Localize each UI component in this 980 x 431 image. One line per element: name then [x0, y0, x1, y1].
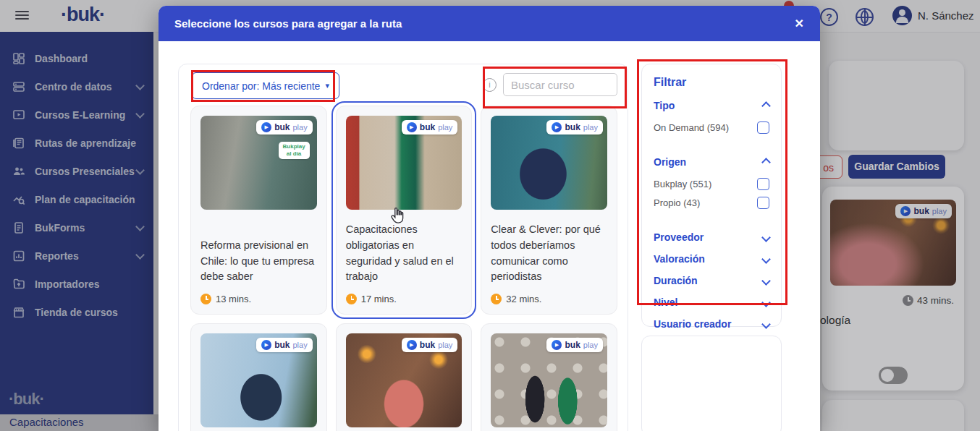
- course-thumbnail: ▶ bukplay: [491, 333, 607, 427]
- bukplay-badge: ▶ bukplay: [895, 204, 952, 218]
- bukplay-al-dia-badge: Bukplay al día: [279, 142, 310, 159]
- filter-option: On Demand (594): [654, 121, 769, 134]
- add-courses-modal: Seleccione los cursos para agregar a la …: [159, 6, 820, 431]
- training-plan-icon: [12, 193, 25, 206]
- clock-icon: [346, 294, 357, 304]
- sidebar-item-plan-de-capacitacion[interactable]: Plan de capacitación: [0, 185, 153, 213]
- save-changes-button[interactable]: Guardar Cambios: [848, 155, 945, 179]
- courses-panel: Ordenar por: Más reciente ▾ ▶ bukplay Bu…: [178, 64, 628, 431]
- background-course-card-partial: [822, 400, 964, 431]
- filter-option: Propio (43): [654, 197, 769, 209]
- course-thumbnail: ▶ bukplay: [491, 116, 607, 210]
- filter-section-valoracion[interactable]: Valoración: [654, 253, 769, 265]
- course-title: Clear & Clever: por qué todos deberíamos…: [491, 222, 607, 285]
- chevron-down-icon: [761, 276, 771, 286]
- course-thumbnail: ▶ bukplay: [346, 333, 462, 427]
- bukplay-badge: ▶ bukplay: [256, 120, 313, 135]
- info-icon[interactable]: i: [483, 78, 497, 92]
- filter-title: Filtrar: [654, 76, 769, 89]
- filter-panel: Filtrar Tipo On Demand (594) Origen Bukp…: [641, 64, 782, 327]
- store-icon: [12, 306, 25, 319]
- page-context-label: Capacitaciones: [0, 414, 161, 430]
- filter-option: Bukplay (551): [654, 178, 769, 190]
- course-thumbnail: ▶ bukplay: [200, 333, 317, 427]
- sidebar-item-cursos-elearning[interactable]: Cursos E-Learning: [0, 101, 153, 129]
- checkbox[interactable]: [757, 121, 769, 134]
- data-center-icon: [12, 80, 25, 93]
- background-course-card: ▶ bukplay 43 mins. ología: [822, 187, 964, 391]
- sidebar-item-importadores[interactable]: Importadores: [0, 270, 153, 298]
- sidebar-item-centro-de-datos[interactable]: Centro de datos: [0, 72, 153, 101]
- sidebar-item-bukforms[interactable]: BukForms: [0, 213, 153, 242]
- course-toggle[interactable]: [879, 367, 908, 384]
- filter-section-origen[interactable]: Origen: [654, 156, 769, 168]
- app-root: ·buk· ? N. Sánchez Dashboard Centro de d…: [0, 0, 980, 431]
- course-card[interactable]: ▶ bukplay: [336, 323, 473, 431]
- caret-down-icon: ▾: [325, 81, 329, 90]
- play-icon: ▶: [407, 122, 417, 132]
- chevron-down-icon: [761, 255, 771, 264]
- course-card[interactable]: ▶ bukplay Bukplay al día Reforma previsi…: [190, 106, 327, 315]
- user-name[interactable]: N. Sánchez: [918, 9, 974, 22]
- modal-title: Seleccione los cursos para agregar a la …: [174, 17, 402, 30]
- bukplay-badge: ▶ bukplay: [256, 338, 313, 352]
- sidebar-buk-logo: ·buk·: [9, 390, 44, 409]
- course-duration: 43 mins.: [917, 295, 954, 306]
- learning-path-icon: [12, 137, 25, 150]
- people-icon: [12, 165, 25, 178]
- bukplay-badge: ▶ bukplay: [546, 338, 603, 352]
- play-icon: ▶: [552, 340, 562, 350]
- chevron-down-icon: [761, 320, 771, 329]
- filter-panel-secondary: [641, 336, 782, 431]
- chevron-up-icon: [761, 101, 771, 111]
- filter-section-tipo[interactable]: Tipo: [654, 100, 769, 111]
- user-avatar[interactable]: [892, 6, 912, 25]
- course-duration: 13 mins.: [216, 294, 251, 304]
- course-card[interactable]: ▶ bukplay: [190, 323, 327, 431]
- play-icon: ▶: [900, 206, 911, 216]
- elearning-icon: [12, 108, 25, 121]
- close-icon[interactable]: ✕: [795, 17, 804, 30]
- filter-section-duracion[interactable]: Duración: [654, 275, 769, 286]
- filter-section-usuario-creador[interactable]: Usuario creador: [654, 318, 769, 330]
- sidebar-item-dashboard[interactable]: Dashboard: [0, 44, 153, 72]
- course-thumbnail: ▶ bukplay Bukplay al día: [200, 116, 317, 210]
- sort-dropdown[interactable]: Ordenar por: Más reciente ▾: [192, 72, 339, 99]
- checkbox[interactable]: [757, 197, 769, 209]
- help-icon[interactable]: ?: [820, 8, 838, 26]
- sidebar-item-reportes[interactable]: Reportes: [0, 242, 153, 270]
- sidebar-item-rutas-de-aprendizaje[interactable]: Rutas de aprendizaje: [0, 129, 153, 157]
- background-summary-card: [829, 61, 964, 150]
- chevron-down-icon: [135, 222, 145, 231]
- buk-logo: ·buk·: [61, 4, 105, 26]
- chevron-down-icon: [761, 298, 771, 307]
- course-title: Reforma previsional en Chile: lo que tu …: [200, 238, 317, 285]
- course-title: Capacitaciones obligatorias en seguridad…: [346, 222, 462, 285]
- language-globe-icon[interactable]: [856, 8, 874, 26]
- play-icon: ▶: [552, 122, 562, 132]
- course-card-selected[interactable]: ▶ bukplay Capacitaciones obligatorias en…: [336, 106, 473, 315]
- hamburger-menu-icon[interactable]: [15, 11, 29, 20]
- sidebar-item-tienda-de-cursos[interactable]: Tienda de cursos: [0, 298, 153, 326]
- course-grid: ▶ bukplay Bukplay al día Reforma previsi…: [190, 106, 617, 431]
- checkbox[interactable]: [757, 178, 769, 190]
- course-card[interactable]: ▶ bukplay Clear & Clever: por qué todos …: [481, 106, 617, 315]
- bukplay-badge: ▶ bukplay: [402, 338, 458, 352]
- filter-section-nivel[interactable]: Nivel: [654, 296, 769, 308]
- search-input[interactable]: [503, 73, 617, 96]
- bukplay-badge: ▶ bukplay: [546, 120, 603, 135]
- bukplay-badge: ▶ bukplay: [402, 120, 458, 135]
- course-card[interactable]: ▶ bukplay: [481, 323, 617, 431]
- filter-section-proveedor[interactable]: Proveedor: [654, 231, 769, 243]
- course-duration: 17 mins.: [361, 294, 397, 304]
- chevron-down-icon: [761, 233, 771, 242]
- importers-icon: [12, 278, 25, 291]
- play-icon: ▶: [261, 340, 271, 350]
- play-icon: ▶: [261, 122, 271, 132]
- clock-icon: [903, 295, 913, 306]
- course-thumbnail: ▶ bukplay: [346, 116, 462, 210]
- sidebar-item-cursos-presenciales[interactable]: Cursos Presenciales: [0, 157, 153, 185]
- clock-icon: [491, 294, 502, 304]
- modal-header: Seleccione los cursos para agregar a la …: [159, 6, 820, 41]
- chevron-down-icon: [135, 81, 145, 90]
